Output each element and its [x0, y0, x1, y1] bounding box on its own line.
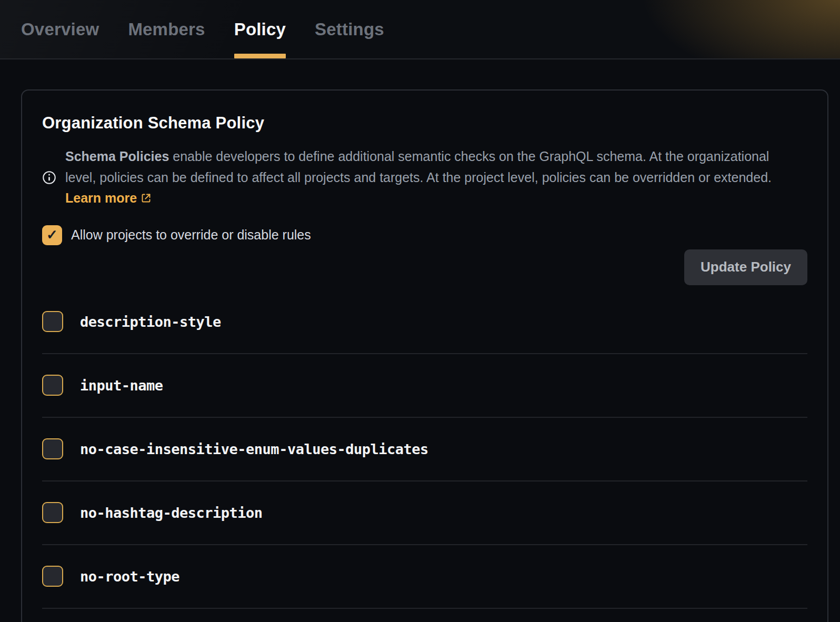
rule-row-no-case-insensitive-enum-values-duplicates: no-case-insensitive-enum-values-duplicat… — [42, 418, 807, 481]
callout-bold-text: Schema Policies — [65, 149, 169, 164]
allow-override-row: ✓ Allow projects to override or disable … — [42, 225, 807, 245]
rule-name-label: no-root-type — [80, 568, 179, 585]
rule-name-label: description-style — [80, 314, 221, 330]
allow-override-label: Allow projects to override or disable ru… — [71, 227, 311, 243]
learn-more-link[interactable]: Learn more — [65, 190, 152, 205]
rule-row-input-name: input-name — [42, 354, 807, 418]
rule-name-label: input-name — [80, 377, 163, 394]
rules-list: description-style input-name no-case-ins… — [42, 290, 807, 609]
page-title: Organization Schema Policy — [42, 114, 807, 133]
learn-more-label: Learn more — [65, 190, 137, 205]
tab-bar: Overview Members Policy Settings — [0, 0, 840, 58]
rule-checkbox-description-style[interactable] — [42, 311, 63, 332]
page-header: Overview Members Policy Settings — [0, 0, 840, 59]
callout-text: Schema Policies enable developers to def… — [65, 146, 787, 209]
tab-members[interactable]: Members — [128, 0, 205, 58]
button-row: Update Policy — [42, 249, 807, 285]
tab-overview[interactable]: Overview — [21, 0, 99, 58]
allow-override-checkbox[interactable]: ✓ — [42, 225, 62, 245]
tab-settings[interactable]: Settings — [315, 0, 384, 58]
rule-row-description-style: description-style — [42, 290, 807, 354]
schema-policy-callout: Schema Policies enable developers to def… — [42, 146, 807, 209]
rule-name-label: no-case-insensitive-enum-values-duplicat… — [80, 441, 428, 457]
update-policy-button[interactable]: Update Policy — [684, 249, 807, 285]
tab-policy[interactable]: Policy — [234, 0, 286, 58]
rule-name-label: no-hashtag-description — [80, 505, 263, 521]
rule-checkbox-input-name[interactable] — [42, 375, 63, 396]
rule-row-no-hashtag-description: no-hashtag-description — [42, 481, 807, 545]
rule-checkbox-no-root-type[interactable] — [42, 566, 63, 587]
rule-checkbox-no-hashtag-description[interactable] — [42, 502, 63, 523]
callout-body-text: enable developers to define additional s… — [65, 149, 772, 185]
policy-card: Organization Schema Policy Schema Polici… — [21, 89, 828, 622]
rule-checkbox-no-case-insensitive-enum-values-duplicates[interactable] — [42, 438, 63, 459]
external-link-icon — [141, 193, 152, 204]
rule-row-no-root-type: no-root-type — [42, 545, 807, 609]
info-icon — [42, 170, 56, 185]
